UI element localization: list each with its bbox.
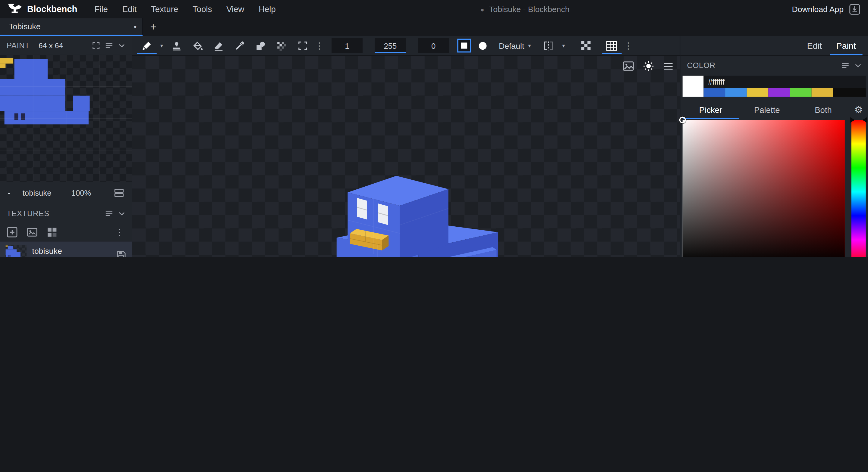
menu-help[interactable]: Help xyxy=(251,0,283,19)
download-icon xyxy=(849,4,861,15)
texture-list-item[interactable]: tobisuke 64 x 64px xyxy=(0,242,132,257)
tab-edit-mode[interactable]: Edit xyxy=(801,36,829,55)
sv-cursor[interactable] xyxy=(679,117,686,124)
hex-color-field[interactable]: #ffffff xyxy=(704,76,866,88)
tab-paint-mode[interactable]: Paint xyxy=(830,36,863,55)
color-mode-tabs: Picker Palette Both ⚙ xyxy=(680,100,868,119)
tab-both[interactable]: Both xyxy=(795,100,851,119)
hue-slider[interactable] xyxy=(851,120,866,257)
download-app-button[interactable]: Download App xyxy=(792,4,860,15)
toolbar-more-menu[interactable]: ⋮ xyxy=(314,40,325,51)
viewport-menu-icon[interactable] xyxy=(663,62,673,70)
canvas-size-label: 64 x 64 xyxy=(38,41,63,50)
current-color-swatch[interactable] xyxy=(683,76,704,97)
texture-name: tobisuke xyxy=(32,246,62,255)
texture-paint-canvas[interactable] xyxy=(0,55,132,182)
collapse-panel-icon[interactable] xyxy=(119,43,125,47)
left-panel: PAINT 64 x 64 xyxy=(0,36,132,257)
collapse-panel-icon[interactable] xyxy=(119,212,125,215)
color-picker-area xyxy=(683,120,866,257)
color-picker-tool-button[interactable] xyxy=(230,37,250,54)
brush-shape-circle-button[interactable] xyxy=(475,39,490,53)
history-swatch[interactable] xyxy=(704,88,725,97)
selection-tool-button[interactable] xyxy=(293,37,313,54)
brush-dropdown-caret-icon[interactable]: ▾ xyxy=(158,37,165,54)
collapse-panel-icon[interactable] xyxy=(855,63,861,67)
duck-model xyxy=(132,56,680,257)
history-swatch[interactable] xyxy=(769,88,790,97)
menu-tools[interactable]: Tools xyxy=(185,0,219,19)
slot-indicator: - xyxy=(8,189,10,197)
texture-group-button[interactable] xyxy=(46,227,58,238)
panel-menu-icon[interactable] xyxy=(841,63,849,68)
expand-panel-icon[interactable] xyxy=(93,42,100,49)
active-texture-name[interactable]: tobisuke xyxy=(23,189,52,197)
blend-mode-select[interactable]: Default ▾ xyxy=(499,41,531,50)
copy-brush-tool-button[interactable] xyxy=(167,37,187,54)
hue-cursor-left-icon xyxy=(850,117,855,123)
gradient-tool-button[interactable] xyxy=(272,37,292,54)
pixel-grid-toggle[interactable] xyxy=(601,37,621,54)
grid-more-menu[interactable]: ⋮ xyxy=(623,40,634,51)
color-history-strip xyxy=(704,88,866,97)
eraser-tool-button[interactable] xyxy=(209,37,228,54)
viewport-image-icon[interactable] xyxy=(623,61,634,71)
blockbench-logo-icon xyxy=(8,2,22,16)
paint-panel-title: PAINT xyxy=(7,41,30,50)
history-swatch[interactable] xyxy=(747,88,769,97)
menu-view[interactable]: View xyxy=(219,0,251,19)
mirror-painting-caret-icon[interactable]: ▾ xyxy=(560,37,567,54)
textures-more-menu[interactable]: ⋮ xyxy=(114,227,125,237)
history-swatch[interactable] xyxy=(812,88,833,97)
brush-shape-square-button[interactable] xyxy=(457,39,471,53)
texture-slot-row: - tobisuke 100% xyxy=(0,182,132,204)
window-status-dot-icon: ● xyxy=(480,6,484,12)
viewport-3d[interactable] xyxy=(132,56,680,257)
tab-picker[interactable]: Picker xyxy=(683,100,739,119)
brush-tool-button[interactable] xyxy=(137,37,157,54)
draw-shape-tool-button[interactable] xyxy=(251,37,271,54)
history-swatch[interactable] xyxy=(790,88,812,97)
create-texture-button[interactable] xyxy=(27,227,38,238)
shading-sun-icon[interactable] xyxy=(643,60,654,72)
history-swatch[interactable] xyxy=(833,88,866,97)
painting-grid-toggle[interactable] xyxy=(576,37,596,54)
zoom-level[interactable]: 100% xyxy=(71,189,91,197)
layers-icon[interactable] xyxy=(114,189,124,197)
tab-palette[interactable]: Palette xyxy=(739,100,795,119)
brush-softness-field[interactable]: 0 xyxy=(418,38,449,53)
fill-tool-button[interactable] xyxy=(188,37,208,54)
brush-opacity-field[interactable]: 255 xyxy=(375,38,406,53)
menu-texture[interactable]: Texture xyxy=(144,0,185,19)
save-texture-icon[interactable] xyxy=(116,250,126,257)
texture-sprite xyxy=(0,55,132,182)
history-swatch[interactable] xyxy=(725,88,747,97)
project-tab[interactable]: Tobisuke ● xyxy=(0,19,143,36)
right-panel: Edit Paint COLOR #ffffff xyxy=(680,36,868,257)
app-title: Blockbench xyxy=(27,4,78,14)
paint-toolbar: ▾ xyxy=(132,36,680,56)
hue-cursor-right-icon xyxy=(863,117,867,123)
color-settings-gear-icon[interactable]: ⚙ xyxy=(851,100,866,119)
panel-menu-icon[interactable] xyxy=(105,211,113,216)
texture-meta: tobisuke 64 x 64px xyxy=(32,246,62,257)
mirror-painting-button[interactable] xyxy=(538,37,558,54)
blend-mode-caret-icon: ▾ xyxy=(528,43,531,48)
import-texture-button[interactable] xyxy=(7,227,18,238)
menu-file[interactable]: File xyxy=(87,0,115,19)
saturation-value-gradient[interactable] xyxy=(683,120,845,257)
window-title: ● Tobisuke - Blockbench xyxy=(480,0,569,19)
textures-toolbar: ⋮ xyxy=(0,223,132,241)
unsaved-indicator-icon: ● xyxy=(134,24,137,29)
color-panel-title: COLOR xyxy=(687,61,715,70)
texture-size: 64 x 64px xyxy=(32,257,62,257)
current-color-row: #ffffff xyxy=(683,76,866,97)
new-tab-button[interactable]: + xyxy=(143,19,164,36)
center-column: ▾ xyxy=(132,36,680,257)
panel-menu-icon[interactable] xyxy=(105,42,113,48)
menu-edit[interactable]: Edit xyxy=(115,0,144,19)
brush-size-field[interactable]: 1 xyxy=(332,38,363,53)
mode-tabs: Edit Paint xyxy=(680,36,868,56)
tabbar: Tobisuke ● + xyxy=(0,19,868,36)
paint-panel-header: PAINT 64 x 64 xyxy=(0,36,132,55)
